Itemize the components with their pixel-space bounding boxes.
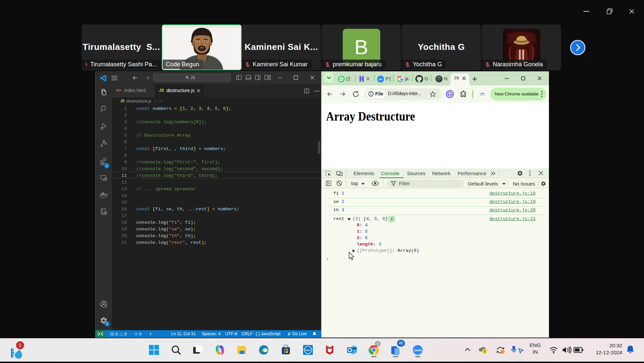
svg-text:!: ! <box>484 349 485 354</box>
svg-text:CODE: CODE <box>480 93 485 94</box>
svg-text:1: 1 <box>19 342 21 348</box>
svg-text:zm: zm <box>379 78 382 81</box>
svg-text:zoom: zoom <box>414 349 422 352</box>
svg-text:DєLL: DєLL <box>305 349 311 352</box>
svg-text:BEGUN: BEGUN <box>480 94 485 96</box>
svg-text:99+: 99+ <box>339 78 343 80</box>
